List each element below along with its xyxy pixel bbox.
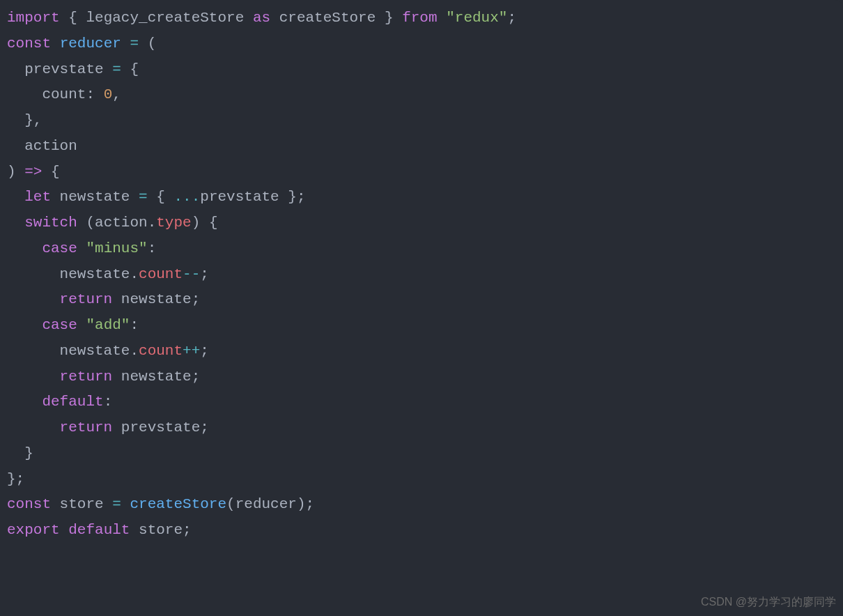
code-line: newstate.count--; xyxy=(7,262,836,288)
code-line: ) => { xyxy=(7,160,836,185)
code-line: switch (action.type) { xyxy=(7,210,836,236)
code-line: default: xyxy=(7,390,836,415)
code-line: export default store; xyxy=(7,518,836,544)
code-line: }; xyxy=(7,467,836,493)
code-line: count: 0, xyxy=(7,82,836,108)
code-line: action xyxy=(7,134,836,160)
code-line: prevstate = { xyxy=(7,57,836,83)
code-line: newstate.count++; xyxy=(7,339,836,364)
code-line: } xyxy=(7,441,836,467)
code-line: }, xyxy=(7,108,836,134)
code-line: let newstate = { ...prevstate }; xyxy=(7,185,836,210)
code-line: case "add": xyxy=(7,313,836,339)
watermark-text: CSDN @努力学习的廖同学 xyxy=(701,592,836,612)
code-line: case "minus": xyxy=(7,236,836,262)
code-line: return prevstate; xyxy=(7,415,836,441)
code-line: const store = createStore(reducer); xyxy=(7,492,836,518)
code-line: const reducer = ( xyxy=(7,31,836,57)
code-line: return newstate; xyxy=(7,364,836,390)
code-editor[interactable]: import { legacy_createStore as createSto… xyxy=(0,0,843,549)
keyword-import: import xyxy=(7,10,60,26)
code-line: import { legacy_createStore as createSto… xyxy=(7,6,836,31)
code-line: return newstate; xyxy=(7,287,836,313)
